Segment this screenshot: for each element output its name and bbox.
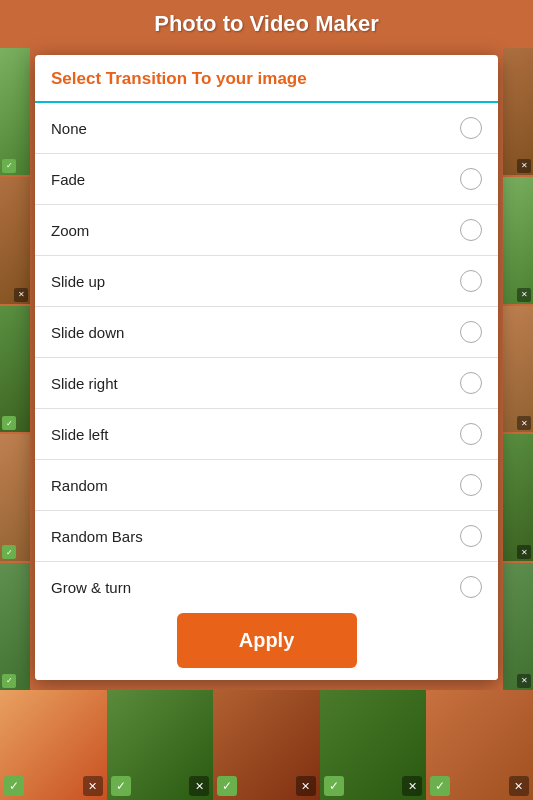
option-label: Zoom	[51, 222, 89, 239]
option-row[interactable]: Slide up	[35, 256, 498, 307]
radio-button[interactable]	[460, 474, 482, 496]
thumb-remove[interactable]: ✕	[83, 776, 103, 796]
thumb-x-badge: ✕	[14, 288, 28, 302]
radio-button[interactable]	[460, 219, 482, 241]
apply-button[interactable]: Apply	[177, 613, 357, 668]
option-row[interactable]: Slide left	[35, 409, 498, 460]
bottom-thumbnail-row: ✓ ✕ ✓ ✕ ✓ ✕ ✓ ✕ ✓ ✕	[0, 690, 533, 800]
option-row[interactable]: Random Bars	[35, 511, 498, 562]
thumb-x-badge: ✕	[517, 159, 531, 173]
option-label: Fade	[51, 171, 85, 188]
radio-button[interactable]	[460, 423, 482, 445]
dialog-header: Select Transition To your image	[35, 55, 498, 103]
thumb-check: ✓	[324, 776, 344, 796]
option-label: Slide right	[51, 375, 118, 392]
right-thumb-5: ✕	[503, 563, 533, 690]
thumb-x-badge: ✕	[517, 416, 531, 430]
bottom-thumb-3: ✓ ✕	[213, 690, 320, 800]
left-thumb-3: ✓	[0, 306, 30, 433]
option-label: Random Bars	[51, 528, 143, 545]
radio-button[interactable]	[460, 321, 482, 343]
option-label: Random	[51, 477, 108, 494]
thumb-x-badge: ✕	[517, 288, 531, 302]
radio-button[interactable]	[460, 372, 482, 394]
thumb-check-badge: ✓	[2, 545, 16, 559]
side-thumbnails-left: ✓ ✕ ✓ ✓ ✓	[0, 48, 30, 690]
option-row[interactable]: Fade	[35, 154, 498, 205]
thumb-check: ✓	[217, 776, 237, 796]
dialog-footer: Apply	[35, 601, 498, 680]
option-row[interactable]: Slide down	[35, 307, 498, 358]
radio-button[interactable]	[460, 525, 482, 547]
radio-button[interactable]	[460, 117, 482, 139]
thumb-check: ✓	[4, 776, 24, 796]
radio-button[interactable]	[460, 576, 482, 598]
bottom-thumb-4: ✓ ✕	[320, 690, 427, 800]
radio-button[interactable]	[460, 270, 482, 292]
thumb-x-badge: ✕	[517, 674, 531, 688]
thumb-remove[interactable]: ✕	[189, 776, 209, 796]
right-thumb-2: ✕	[503, 177, 533, 304]
app-header: Photo to Video Maker	[0, 0, 533, 48]
option-label: Slide left	[51, 426, 109, 443]
right-thumb-3: ✕	[503, 306, 533, 433]
thumb-remove[interactable]: ✕	[509, 776, 529, 796]
side-thumbnails-right: ✕ ✕ ✕ ✕ ✕	[503, 48, 533, 690]
bottom-thumb-1: ✓ ✕	[0, 690, 107, 800]
option-row[interactable]: Grow & turn	[35, 562, 498, 601]
thumb-remove[interactable]: ✕	[296, 776, 316, 796]
radio-button[interactable]	[460, 168, 482, 190]
thumb-check-badge: ✓	[2, 159, 16, 173]
app-title: Photo to Video Maker	[154, 11, 379, 37]
transition-dialog: Select Transition To your image NoneFade…	[35, 55, 498, 680]
options-list: NoneFadeZoomSlide upSlide downSlide righ…	[35, 103, 498, 601]
right-thumb-1: ✕	[503, 48, 533, 175]
thumb-remove[interactable]: ✕	[402, 776, 422, 796]
thumb-check: ✓	[111, 776, 131, 796]
thumb-check: ✓	[430, 776, 450, 796]
thumb-check-badge: ✓	[2, 416, 16, 430]
option-row[interactable]: Random	[35, 460, 498, 511]
bottom-thumb-5: ✓ ✕	[426, 690, 533, 800]
dialog-title: Select Transition To your image	[51, 69, 307, 88]
option-row[interactable]: Zoom	[35, 205, 498, 256]
left-thumb-5: ✓	[0, 563, 30, 690]
option-label: Slide up	[51, 273, 105, 290]
thumb-check-badge: ✓	[2, 674, 16, 688]
left-thumb-2: ✕	[0, 177, 30, 304]
option-label: Grow & turn	[51, 579, 131, 596]
thumb-x-badge: ✕	[517, 545, 531, 559]
left-thumb-4: ✓	[0, 434, 30, 561]
option-label: None	[51, 120, 87, 137]
bottom-thumb-2: ✓ ✕	[107, 690, 214, 800]
left-thumb-1: ✓	[0, 48, 30, 175]
option-row[interactable]: None	[35, 103, 498, 154]
option-label: Slide down	[51, 324, 124, 341]
right-thumb-4: ✕	[503, 434, 533, 561]
option-row[interactable]: Slide right	[35, 358, 498, 409]
